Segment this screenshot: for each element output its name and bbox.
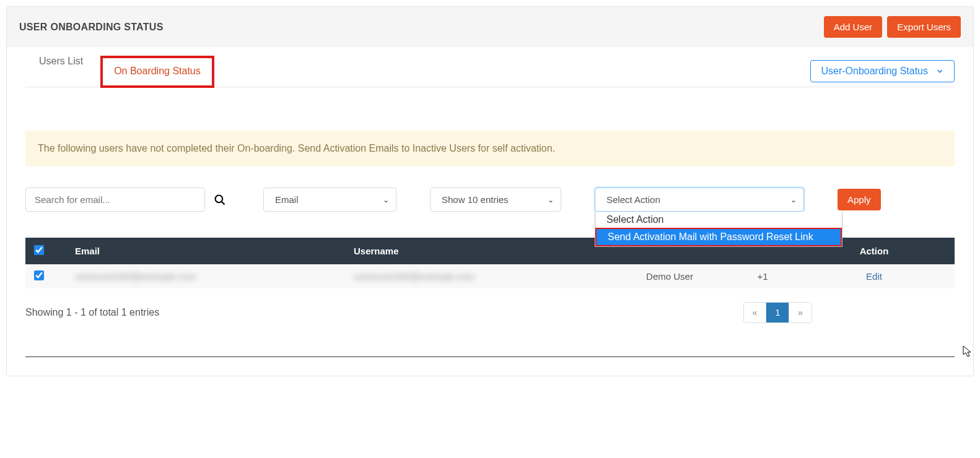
row-email-value: someuser000@example.com: [75, 271, 196, 282]
search-icon[interactable]: [214, 194, 226, 206]
row-username-value: someuser000@example.com: [354, 271, 475, 282]
pager: « 1 »: [743, 302, 812, 323]
onboarding-panel: USER ONBOARDING STATUS Add User Export U…: [6, 6, 974, 376]
row-email-cell: someuser000@example.com: [69, 271, 354, 282]
svg-line-1: [222, 201, 225, 204]
action-selected-value: Select Action: [606, 194, 660, 205]
header-actions: Add User Export Users: [824, 16, 961, 38]
chevron-down-icon: [935, 67, 944, 76]
edit-link[interactable]: Edit: [866, 271, 882, 282]
search-input[interactable]: [25, 188, 205, 212]
row-checkbox[interactable]: [34, 270, 44, 280]
row-extra1-cell: Demo User: [614, 271, 725, 282]
table-row: someuser000@example.com someuser000@exam…: [25, 264, 955, 288]
action-option-select-action[interactable]: Select Action: [595, 212, 842, 228]
tab-onboarding-status[interactable]: On Boarding Status: [114, 66, 201, 77]
table-footer: Showing 1 - 1 of total 1 entries « 1 »: [25, 302, 955, 323]
showing-text: Showing 1 - 1 of total 1 entries: [25, 307, 159, 318]
entries-select-wrap: Show 10 entries ⌄: [405, 188, 561, 212]
export-users-button[interactable]: Export Users: [887, 16, 961, 38]
entries-value: Show 10 entries: [442, 194, 509, 205]
svg-point-0: [216, 195, 223, 202]
user-onboarding-status-dropdown[interactable]: User-Onboarding Status: [810, 60, 955, 82]
panel-body: Users List On Boarding Status User-Onboa…: [7, 47, 973, 376]
info-banner: The following users have not completed t…: [25, 131, 955, 166]
pager-page-1[interactable]: 1: [766, 303, 789, 322]
row-check-cell: [32, 270, 69, 282]
col-check-header: [32, 245, 69, 257]
tabs: Users List On Boarding Status: [25, 56, 214, 87]
status-dropdown-label: User-Onboarding Status: [821, 66, 928, 77]
col-username-header: Username: [354, 246, 614, 256]
col-action-header: Action: [800, 246, 948, 256]
panel-header: USER ONBOARDING STATUS Add User Export U…: [7, 7, 973, 47]
row-extra2-cell: +1: [725, 271, 800, 282]
select-all-checkbox[interactable]: [34, 245, 44, 255]
action-select[interactable]: Select Action: [595, 188, 804, 212]
filter-field-value: Email: [275, 194, 299, 205]
divider: [25, 356, 955, 357]
col-email-header: Email: [69, 246, 354, 256]
row-username-cell: someuser000@example.com: [354, 271, 614, 282]
entries-select[interactable]: Show 10 entries: [430, 188, 561, 212]
tab-users-list[interactable]: Users List: [39, 56, 83, 87]
filter-field-select[interactable]: Email: [263, 188, 396, 212]
action-option-send-activation[interactable]: Send Activation Mail with Password Reset…: [595, 228, 842, 246]
tabs-row: Users List On Boarding Status User-Onboa…: [25, 47, 955, 87]
action-dropdown-list: Select Action Send Activation Mail with …: [595, 212, 842, 247]
add-user-button[interactable]: Add User: [824, 16, 883, 38]
row-action-cell: Edit: [800, 271, 948, 282]
pager-prev[interactable]: «: [744, 303, 767, 322]
search-wrap: [25, 188, 226, 212]
action-select-wrap: Select Action ⌄ Select Action Send Activ…: [595, 188, 804, 212]
tab-highlight: On Boarding Status: [100, 56, 214, 88]
controls-row: Email ⌄ Show 10 entries ⌄ Select Action …: [25, 188, 955, 212]
pager-next[interactable]: »: [789, 303, 812, 322]
page-title: USER ONBOARDING STATUS: [19, 22, 164, 33]
filter-field-select-wrap: Email ⌄: [235, 188, 396, 212]
apply-button[interactable]: Apply: [838, 189, 881, 210]
